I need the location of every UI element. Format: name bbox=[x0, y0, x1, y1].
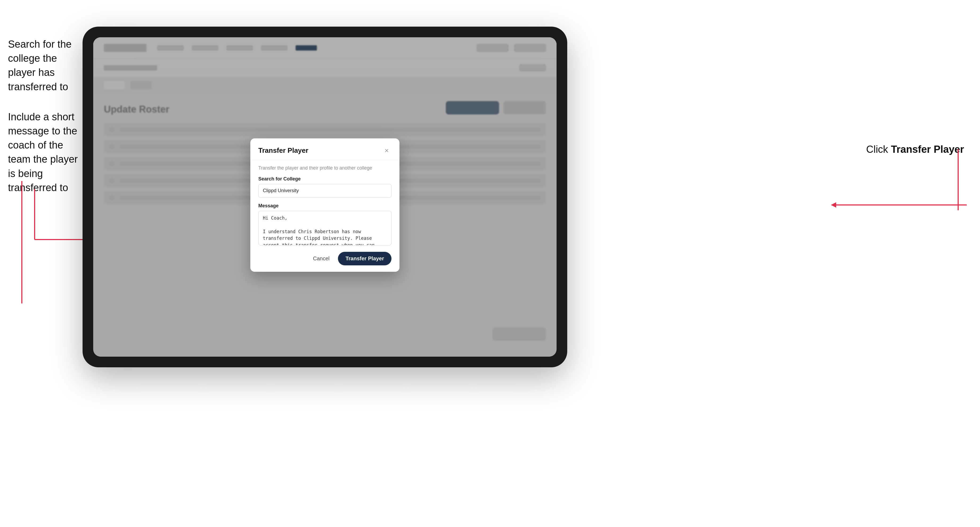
modal-body: Transfer the player and their profile to… bbox=[250, 160, 399, 246]
modal-header: Transfer Player × bbox=[250, 138, 399, 160]
modal-subtitle: Transfer the player and their profile to… bbox=[258, 165, 391, 171]
right-arrow bbox=[818, 194, 967, 216]
right-annotation: Click Transfer Player bbox=[866, 144, 964, 155]
svg-rect-7 bbox=[958, 149, 959, 210]
modal-overlay: Transfer Player × Transfer the player an… bbox=[93, 37, 557, 357]
tablet-screen: Update Roster bbox=[93, 37, 557, 357]
tablet-device: Update Roster bbox=[83, 27, 567, 367]
cancel-button[interactable]: Cancel bbox=[309, 253, 334, 264]
svg-marker-5 bbox=[831, 202, 836, 208]
message-textarea[interactable]: Hi Coach, I understand Chris Robertson h… bbox=[258, 211, 391, 245]
annotation-text-2: Include a short message to the coach of … bbox=[8, 110, 83, 195]
annotation-text-1: Search for the college the player has tr… bbox=[8, 37, 83, 94]
transfer-player-modal: Transfer Player × Transfer the player an… bbox=[250, 138, 399, 272]
left-annotation: Search for the college the player has tr… bbox=[8, 37, 83, 195]
svg-rect-6 bbox=[21, 181, 22, 303]
search-college-label: Search for College bbox=[258, 176, 391, 182]
annotation-right-prefix: Click bbox=[866, 144, 891, 155]
close-icon: × bbox=[385, 146, 389, 155]
modal-title: Transfer Player bbox=[258, 146, 309, 155]
transfer-player-button[interactable]: Transfer Player bbox=[338, 252, 391, 265]
message-label: Message bbox=[258, 203, 391, 209]
search-college-input[interactable] bbox=[258, 184, 391, 198]
annotation-right-bold: Transfer Player bbox=[891, 144, 964, 155]
left-bracket-vertical bbox=[21, 181, 22, 303]
modal-footer: Cancel Transfer Player bbox=[250, 246, 399, 272]
transfer-label: Transfer Player bbox=[345, 256, 384, 261]
modal-close-button[interactable]: × bbox=[382, 146, 391, 156]
right-bracket-vertical bbox=[958, 149, 959, 210]
cancel-label: Cancel bbox=[313, 256, 329, 261]
